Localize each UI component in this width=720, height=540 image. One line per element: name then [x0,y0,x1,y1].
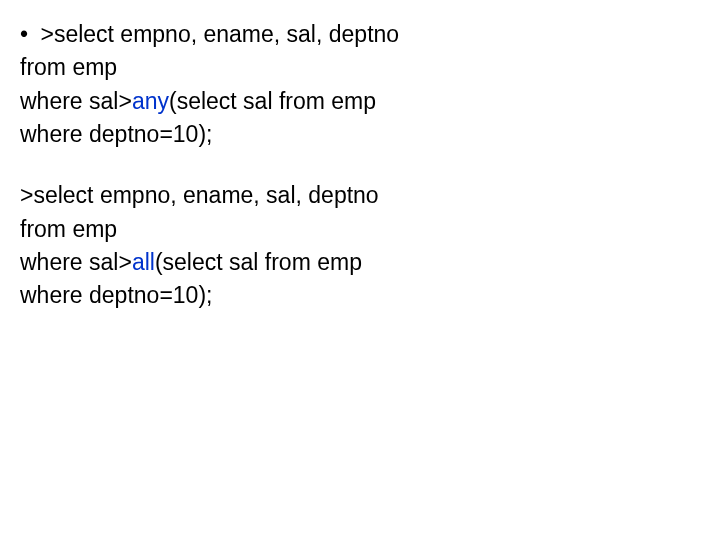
bullet-icon: • [20,21,28,47]
code-line: where sal>all(select sal from emp [20,246,700,279]
sql-block-all: >select empno, ename, sal, deptno from e… [20,179,700,312]
code-text: (select sal from emp [169,88,376,114]
code-line: from emp [20,51,700,84]
keyword-all: all [132,249,155,275]
keyword-any: any [132,88,169,114]
code-line: • >select empno, ename, sal, deptno [20,18,700,51]
code-line: from emp [20,213,700,246]
code-text: where sal> [20,88,132,114]
code-line: where sal>any(select sal from emp [20,85,700,118]
sql-block-any: • >select empno, ename, sal, deptno from… [20,18,700,151]
code-line: >select empno, ename, sal, deptno [20,179,700,212]
code-text: (select sal from emp [155,249,362,275]
code-text: >select empno, ename, sal, deptno [40,21,399,47]
code-line: where deptno=10); [20,118,700,151]
code-line: where deptno=10); [20,279,700,312]
code-text: where sal> [20,249,132,275]
